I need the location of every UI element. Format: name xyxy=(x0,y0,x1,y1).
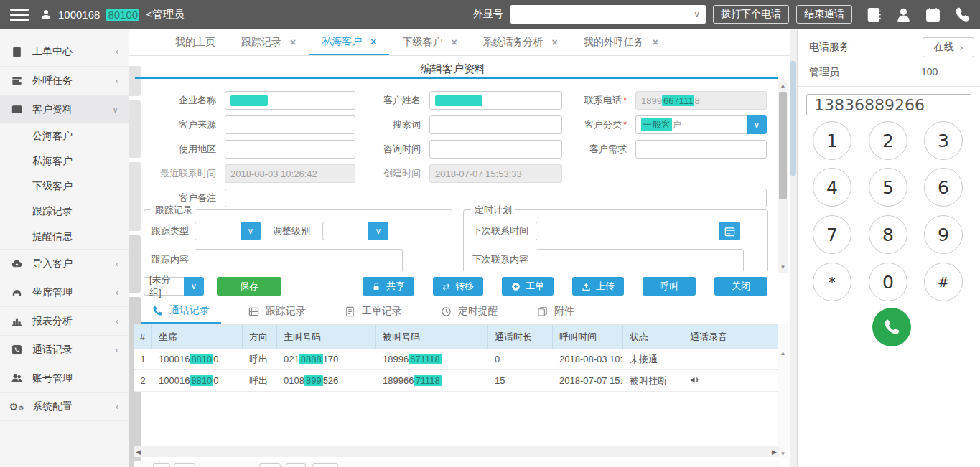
group-select[interactable]: [未分组] ∨ xyxy=(144,277,204,296)
dialpad-key-0[interactable]: 0 xyxy=(869,263,907,301)
tab-subordinate-customers[interactable]: 下级客户× xyxy=(389,29,470,55)
sidebar-item-outbound-tasks[interactable]: 外呼任务 ‹ xyxy=(0,66,129,95)
online-status-button[interactable]: 在线 › xyxy=(923,37,974,57)
close-icon[interactable]: × xyxy=(552,37,558,48)
sidebar-item-ticket-center[interactable]: 工单中心 ‹ xyxy=(0,37,129,66)
person-icon[interactable] xyxy=(896,7,911,22)
table-horizontal-scrollbar[interactable]: ◀ ▶ xyxy=(134,446,779,457)
dialpad-key-5[interactable]: 5 xyxy=(869,168,907,207)
subtab-track-records[interactable]: 跟踪记录 xyxy=(237,299,317,324)
company-input[interactable] xyxy=(225,91,355,110)
sidebar-item-customer-data[interactable]: 客户资料 ∨ xyxy=(0,95,129,123)
scroll-down-icon[interactable]: ▼ xyxy=(778,451,788,457)
pagination-button[interactable] xyxy=(286,463,306,467)
upload-button[interactable]: 上传 xyxy=(572,277,624,296)
contact-book-icon[interactable] xyxy=(867,7,882,22)
hamburger-menu-icon[interactable] xyxy=(10,6,29,24)
scrollbar-thumb[interactable] xyxy=(779,92,787,199)
dialpad-key-7[interactable]: 7 xyxy=(813,215,851,254)
track-type-select[interactable]: ∨ xyxy=(195,222,261,240)
sidebar-item-account-management[interactable]: 账号管理 xyxy=(0,364,129,392)
save-button[interactable]: 保存 xyxy=(217,277,281,296)
chevron-down-icon[interactable]: ∨ xyxy=(747,115,767,134)
close-icon[interactable]: × xyxy=(451,37,457,48)
customer-demand-input[interactable] xyxy=(635,140,767,159)
sidebar-item-report-analysis[interactable]: 报表分析 ‹ xyxy=(0,306,129,335)
call-button[interactable]: 呼叫 xyxy=(643,277,696,296)
close-icon[interactable]: × xyxy=(370,36,376,47)
calendar-icon[interactable] xyxy=(925,7,941,22)
scroll-down-icon[interactable]: ▼ xyxy=(778,264,788,270)
search-keyword-input[interactable] xyxy=(429,115,562,134)
sidebar-item-import-customers[interactable]: 导入客户 ‹ xyxy=(0,249,129,278)
sidebar-item-private-customers[interactable]: 私海客户 xyxy=(0,148,129,174)
ticket-button[interactable]: 工单 xyxy=(502,277,554,296)
region-input[interactable] xyxy=(225,140,355,159)
pagination-button[interactable] xyxy=(174,463,195,467)
sidebar-item-agent-management[interactable]: 坐席管理 ‹ xyxy=(0,278,129,306)
sidebar-item-public-customers[interactable]: 公海客户 xyxy=(0,123,129,148)
chevron-down-icon[interactable]: ∨ xyxy=(368,222,388,240)
phone-icon[interactable] xyxy=(955,7,970,22)
form-scrollbar[interactable]: ▲ ▼ xyxy=(778,80,788,273)
dialpad-key-hash[interactable]: # xyxy=(924,263,963,301)
tab-my-outbound-tasks[interactable]: 我的外呼任务× xyxy=(571,29,671,55)
customer-source-input[interactable] xyxy=(225,115,355,134)
scroll-up-icon[interactable]: ▲ xyxy=(778,350,788,357)
chevron-down-icon[interactable]: ∨ xyxy=(241,222,261,240)
subtab-ticket-records[interactable]: 工单记录 xyxy=(333,299,414,324)
dial-call-button[interactable] xyxy=(872,308,911,346)
scroll-left-icon[interactable]: ◀ xyxy=(136,448,141,456)
dialpad-key-8[interactable]: 8 xyxy=(869,215,907,254)
calendar-icon[interactable] xyxy=(719,222,740,240)
dial-next-button[interactable]: 拨打下个电话 xyxy=(713,5,789,24)
dial-number-input[interactable]: 13836889266 xyxy=(806,94,971,115)
scrollbar-thumb[interactable] xyxy=(790,61,796,176)
sidebar-item-track-records[interactable]: 跟踪记录 xyxy=(0,199,129,224)
close-icon[interactable]: × xyxy=(653,37,658,48)
customer-category-select[interactable]: 一般客户 ∨ xyxy=(635,115,767,134)
end-call-button[interactable]: 结束通话 xyxy=(796,5,852,24)
dialpad-key-1[interactable]: 1 xyxy=(813,121,851,160)
pagination-button[interactable] xyxy=(259,463,281,467)
table-row[interactable]: 2 10001688100 呼出 0108899526 18996671118 … xyxy=(134,370,779,392)
sidebar-item-system-config[interactable]: ⚙⚙ 系统配置 ‹ xyxy=(0,392,129,421)
share-button[interactable]: 共享 xyxy=(363,277,414,296)
scroll-up-icon[interactable]: ▲ xyxy=(778,82,788,89)
speaker-icon[interactable] xyxy=(690,375,699,385)
dialpad-key-star[interactable]: * xyxy=(813,263,851,301)
scroll-right-icon[interactable]: ▶ xyxy=(772,448,777,456)
table-row[interactable]: 1 10001688100 呼出 0218888170 18996671118 … xyxy=(134,349,779,370)
close-button[interactable]: 关闭 xyxy=(714,277,767,296)
subtab-scheduled-reminders[interactable]: 定时提醒 xyxy=(429,299,510,324)
next-contact-content-textarea[interactable] xyxy=(536,249,744,271)
dialpad-key-4[interactable]: 4 xyxy=(813,168,851,207)
table-scrollbar[interactable]: ▲ ▼ xyxy=(778,324,788,459)
dialpad-key-6[interactable]: 6 xyxy=(924,168,963,207)
transfer-button[interactable]: ⇄ 转移 xyxy=(433,277,483,296)
tab-my-homepage[interactable]: 我的主页 xyxy=(162,29,228,55)
sidebar-item-reminders[interactable]: 提醒信息 xyxy=(0,224,129,249)
chevron-down-icon[interactable]: ∨ xyxy=(184,277,204,296)
subtab-attachments[interactable]: 附件 xyxy=(526,299,586,324)
dialpad-key-3[interactable]: 3 xyxy=(924,121,963,160)
pagination-button[interactable] xyxy=(153,463,170,467)
tab-track-records[interactable]: 跟踪记录× xyxy=(228,29,309,55)
adjust-level-select[interactable]: ∨ xyxy=(322,222,388,240)
track-content-textarea[interactable] xyxy=(195,249,403,271)
customer-name-input[interactable] xyxy=(429,91,562,110)
dialpad-key-2[interactable]: 2 xyxy=(869,121,907,160)
sidebar-item-subordinate-customers[interactable]: 下级客户 xyxy=(0,174,129,199)
play-recording-cell[interactable] xyxy=(683,375,779,387)
consult-time-input[interactable] xyxy=(429,140,562,159)
pagination-button[interactable] xyxy=(312,463,338,467)
sidebar-item-call-records[interactable]: 通话记录 ‹ xyxy=(0,335,129,364)
next-contact-time-input[interactable] xyxy=(536,222,719,240)
page-scrollbar[interactable] xyxy=(790,29,797,467)
dialpad-key-9[interactable]: 9 xyxy=(924,215,963,254)
close-icon[interactable]: × xyxy=(290,37,296,48)
subtab-call-records[interactable]: 通话记录 xyxy=(141,299,221,324)
tab-private-customers[interactable]: 私海客户× xyxy=(309,29,389,55)
caller-id-select[interactable]: ∨ xyxy=(510,5,706,24)
tab-system-call-analysis[interactable]: 系统话务分析× xyxy=(470,29,571,55)
